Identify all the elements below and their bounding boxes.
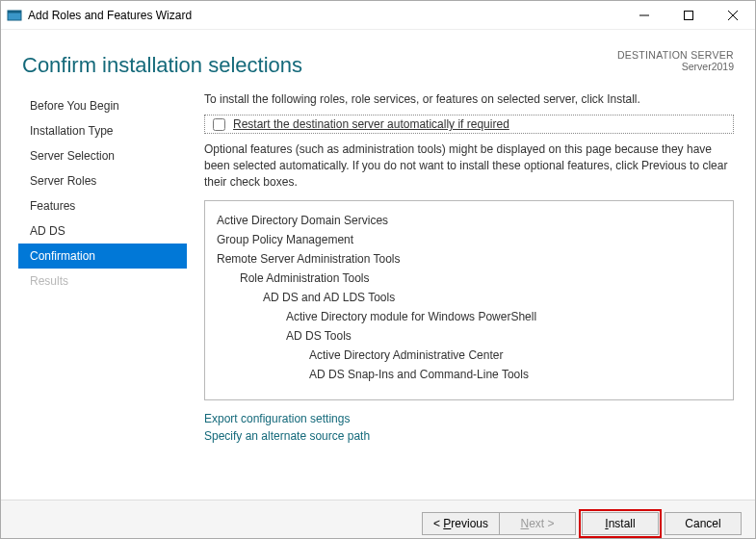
server-info: DESTINATION SERVER Server2019 — [617, 43, 734, 78]
window-title: Add Roles and Features Wizard — [28, 9, 622, 22]
server-name: Server2019 — [617, 61, 734, 72]
page-title: Confirm installation selections — [22, 53, 617, 78]
selection-item: Group Policy Management — [217, 230, 721, 249]
nav-button-pair: < Previous Next > — [422, 512, 576, 535]
nav-server-selection[interactable]: Server Selection — [18, 143, 187, 168]
install-button[interactable]: Install — [582, 512, 659, 535]
selection-item: AD DS and AD LDS Tools — [217, 288, 721, 307]
selection-item: AD DS Tools — [217, 326, 721, 346]
selection-item: Role Administration Tools — [217, 269, 721, 288]
previous-button[interactable]: < Previous — [422, 512, 499, 535]
selection-item: AD DS Snap-Ins and Command-Line Tools — [217, 365, 721, 384]
optional-note: Optional features (such as administratio… — [204, 141, 734, 191]
nav-installation-type[interactable]: Installation Type — [18, 118, 187, 143]
alt-source-link[interactable]: Specify an alternate source path — [204, 427, 734, 445]
maximize-button[interactable] — [666, 1, 711, 30]
footer-buttons: < Previous Next > Install Cancel — [1, 500, 755, 539]
window-controls — [622, 1, 755, 30]
restart-checkbox-label[interactable]: Restart the destination server automatic… — [233, 117, 509, 131]
restart-checkbox[interactable] — [213, 118, 225, 131]
svg-rect-3 — [685, 11, 693, 19]
nav-features[interactable]: Features — [18, 193, 187, 218]
links-area: Export configuration settings Specify an… — [204, 410, 734, 445]
instruction-text: To install the following roles, role ser… — [204, 91, 734, 107]
content-pane: To install the following roles, role ser… — [187, 91, 738, 500]
restart-checkbox-row[interactable]: Restart the destination server automatic… — [204, 115, 734, 134]
close-button[interactable] — [711, 1, 755, 30]
minimize-button[interactable] — [622, 1, 666, 30]
nav-confirmation[interactable]: Confirmation — [18, 244, 187, 269]
selection-item: Active Directory Domain Services — [217, 211, 721, 230]
export-config-link[interactable]: Export configuration settings — [204, 410, 734, 427]
selections-list: Active Directory Domain Services Group P… — [204, 200, 734, 400]
nav-server-roles[interactable]: Server Roles — [18, 168, 187, 193]
app-icon — [7, 8, 22, 23]
selection-item: Active Directory Administrative Center — [217, 346, 721, 365]
svg-rect-1 — [8, 11, 21, 13]
nav-ad-ds[interactable]: AD DS — [18, 218, 187, 244]
nav-results: Results — [18, 269, 187, 294]
next-button: Next > — [499, 512, 576, 535]
cancel-button[interactable]: Cancel — [665, 512, 742, 535]
body: Before You Begin Installation Type Serve… — [1, 78, 755, 500]
selection-item: Remote Server Administration Tools — [217, 249, 721, 269]
header: Confirm installation selections DESTINAT… — [1, 30, 755, 78]
sidebar-nav: Before You Begin Installation Type Serve… — [18, 91, 187, 500]
nav-before-you-begin[interactable]: Before You Begin — [18, 93, 187, 118]
titlebar: Add Roles and Features Wizard — [1, 1, 755, 30]
selection-item: Active Directory module for Windows Powe… — [217, 307, 721, 326]
server-label: DESTINATION SERVER — [617, 49, 734, 61]
